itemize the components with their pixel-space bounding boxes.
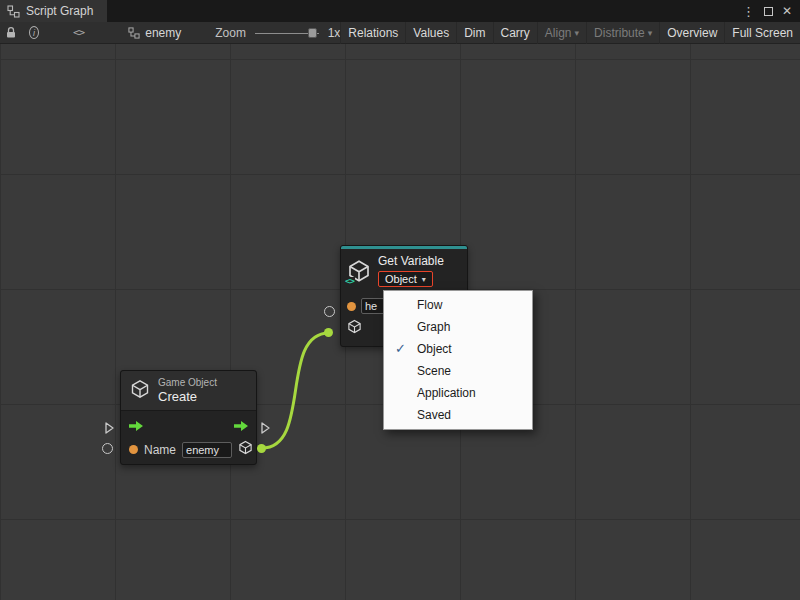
menu-item-object[interactable]: ✓ Object <box>384 338 532 360</box>
graph-breadcrumb: enemy <box>128 26 181 40</box>
graph-icon <box>7 5 20 18</box>
lock-icon[interactable] <box>5 26 17 39</box>
tab-script-graph[interactable]: Script Graph <box>0 0 107 22</box>
graph-toolbar: i <> enemy Zoom 1x Relations Values Dim … <box>0 22 800 44</box>
name-input-row: Name <box>129 441 248 458</box>
dim-button[interactable]: Dim <box>456 22 492 44</box>
create-flow-in-port[interactable] <box>105 420 114 438</box>
get-variable-name-port[interactable] <box>324 306 335 317</box>
relations-button[interactable]: Relations <box>340 22 405 44</box>
create-name-field[interactable] <box>182 442 232 458</box>
gameobject-output-cube-icon[interactable] <box>238 440 253 459</box>
zoom-value: 1x <box>328 26 341 40</box>
menu-item-application[interactable]: Application <box>384 382 532 404</box>
overview-button[interactable]: Overview <box>659 22 724 44</box>
gameobject-cube-icon <box>130 379 150 403</box>
zoom-label: Zoom <box>215 26 246 40</box>
node-title: Get Variable <box>378 254 444 268</box>
checkmark-icon: ✓ <box>395 341 406 356</box>
menu-item-scene[interactable]: Scene <box>384 360 532 382</box>
string-port-dot[interactable] <box>129 445 138 454</box>
chevron-down-icon: ▾ <box>648 28 653 38</box>
graph-canvas[interactable]: <> Get Variable Object ▾ <box>0 44 800 600</box>
gameobject-cube-icon[interactable] <box>347 319 362 338</box>
menu-item-graph[interactable]: Graph <box>384 316 532 338</box>
create-flow-out-port[interactable] <box>261 420 270 438</box>
create-output-port[interactable] <box>257 444 266 453</box>
maximize-button[interactable] <box>764 7 773 16</box>
tab-title: Script Graph <box>26 4 93 18</box>
window-controls: ⋮ ✕ <box>742 0 800 22</box>
create-node-header: Game Object Create <box>121 371 256 411</box>
align-button[interactable]: Align▾ <box>537 22 586 44</box>
variable-code-icon: <> <box>344 277 355 286</box>
fullscreen-button[interactable]: Full Screen <box>724 22 800 44</box>
titlebar: Script Graph ⋮ ✕ <box>0 0 800 22</box>
get-variable-header: <> Get Variable Object ▾ <box>341 249 467 291</box>
toolbar-buttons: Relations Values Dim Carry Align▾ Distri… <box>340 22 800 44</box>
get-variable-source-port[interactable] <box>324 328 333 337</box>
variable-scope-dropdown[interactable]: Object ▾ <box>378 271 433 287</box>
node-type-label: Game Object <box>158 377 217 388</box>
flow-out-arrow-icon[interactable] <box>234 417 248 435</box>
graph-asset-icon <box>128 27 140 39</box>
flow-ports-row <box>129 420 248 432</box>
distribute-button[interactable]: Distribute▾ <box>586 22 659 44</box>
values-button[interactable]: Values <box>405 22 456 44</box>
name-port-label: Name <box>144 443 176 457</box>
create-node-body: Name <box>121 411 256 466</box>
zoom-slider[interactable] <box>255 27 319 39</box>
chevron-down-icon: ▾ <box>422 275 426 284</box>
carry-button[interactable]: Carry <box>493 22 537 44</box>
create-node[interactable]: Game Object Create Name <box>120 370 257 465</box>
menu-item-saved[interactable]: Saved <box>384 404 532 426</box>
close-button[interactable]: ✕ <box>782 5 792 17</box>
string-port-dot[interactable] <box>347 302 356 311</box>
code-view-icon[interactable]: <> <box>73 26 84 39</box>
chevron-down-icon: ▾ <box>575 28 580 38</box>
flow-in-arrow-icon[interactable] <box>129 417 143 435</box>
zoom-slider-handle[interactable] <box>308 28 317 38</box>
node-title: Create <box>158 389 217 404</box>
window-menu-button[interactable]: ⋮ <box>742 5 755 18</box>
info-icon[interactable]: i <box>29 26 39 39</box>
script-graph-window: Script Graph ⋮ ✕ i <> enemy Zoom <box>0 0 800 600</box>
graph-name: enemy <box>145 26 181 40</box>
variable-cube-icon: <> <box>347 259 371 283</box>
menu-item-flow[interactable]: Flow <box>384 294 532 316</box>
variable-scope-menu: Flow Graph ✓ Object Scene Application Sa… <box>383 290 533 430</box>
create-name-port[interactable] <box>102 443 113 454</box>
